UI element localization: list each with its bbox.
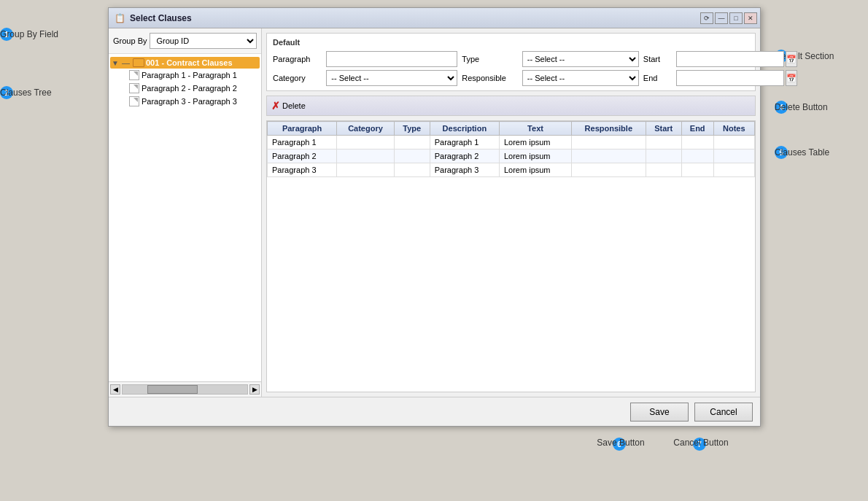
col-category[interactable]: Category — [337, 122, 395, 136]
cell-paragraph-1: Paragraph 1 — [268, 136, 337, 149]
annotation-cancel-button: 7 Cancel Button — [693, 438, 709, 451]
tree-child-label-3: Paragraph 3 - Paragraph 3 — [142, 97, 237, 106]
tree-scrollbar: ◀ ▶ — [109, 381, 261, 397]
tree-root-item[interactable]: ▼ — 001 - Contract Clauses — [110, 57, 260, 69]
col-description[interactable]: Description — [430, 122, 499, 136]
end-label: End — [643, 74, 672, 82]
cell-type-1 — [394, 136, 430, 149]
col-paragraph[interactable]: Paragraph — [268, 122, 337, 136]
tree-root-label: 001 - Contract Clauses — [146, 58, 233, 67]
annotation-clauses-tree: 2 Clauses Tree — [0, 86, 16, 99]
tree-child-2[interactable]: Paragraph 2 - Paragraph 2 — [128, 82, 260, 95]
clauses-table-wrapper: Paragraph Category Type Description Text… — [266, 120, 756, 392]
left-panel: Group By Group ID Name Type ▼ — 001 - Co… — [109, 28, 262, 397]
right-panel: Default Paragraph Type -- Select -- Type… — [262, 28, 760, 397]
col-start[interactable]: Start — [646, 122, 681, 136]
label-clauses-tree: Clauses Tree — [0, 88, 52, 98]
col-end[interactable]: End — [681, 122, 713, 136]
doc-icon-1 — [129, 70, 139, 80]
close-button[interactable]: ✕ — [744, 12, 757, 24]
cell-end-1 — [681, 136, 713, 149]
delete-button[interactable]: ✗ Delete — [271, 100, 306, 112]
cell-description-2: Paragraph 2 — [430, 149, 499, 163]
cell-notes-2 — [713, 149, 754, 163]
responsible-label: Responsible — [462, 74, 518, 82]
tree-child-3[interactable]: Paragraph 3 - Paragraph 3 — [128, 95, 260, 108]
select-clauses-window: 📋 Select Clauses ⟳ — □ ✕ Group By Group … — [108, 7, 761, 427]
header-row: Paragraph Category Type Description Text… — [268, 122, 755, 136]
cell-start-1 — [646, 136, 681, 149]
col-type[interactable]: Type — [394, 122, 430, 136]
cell-start-2 — [646, 149, 681, 163]
table-header: Paragraph Category Type Description Text… — [268, 122, 755, 136]
doc-icon-3 — [129, 96, 139, 106]
start-calendar-button[interactable]: 📅 — [786, 51, 797, 67]
tree-toggle-icon: ▼ — [112, 59, 120, 67]
cell-paragraph-3: Paragraph 3 — [268, 163, 337, 177]
label-delete-button: Delete Button — [775, 102, 828, 112]
cell-responsible-3 — [572, 163, 646, 177]
tree-area: ▼ — 001 - Contract Clauses Paragraph 1 -… — [109, 54, 261, 381]
window-title: Select Clauses — [130, 13, 192, 23]
doc-icon-2 — [129, 83, 139, 93]
cell-description-1: Paragraph 1 — [430, 136, 499, 149]
table-row[interactable]: Paragraph 2Paragraph 2Lorem ipsum — [268, 149, 755, 163]
start-date-wrapper: 📅 — [676, 51, 749, 67]
cell-type-3 — [394, 163, 430, 177]
delete-toolbar: ✗ Delete — [266, 96, 756, 116]
delete-x-icon: ✗ — [271, 100, 280, 112]
cell-text-2: Lorem ipsum — [499, 149, 571, 163]
category-label: Category — [273, 74, 322, 82]
restore-button[interactable]: □ — [729, 12, 743, 24]
scroll-left-arrow[interactable]: ◀ — [110, 384, 120, 395]
cell-notes-3 — [713, 163, 754, 177]
start-input[interactable] — [676, 51, 784, 67]
type-select[interactable]: -- Select -- Type A Type B — [522, 51, 639, 67]
scroll-track[interactable] — [122, 384, 248, 395]
table-row[interactable]: Paragraph 3Paragraph 3Lorem ipsum — [268, 163, 755, 177]
title-bar: 📋 Select Clauses ⟳ — □ ✕ — [109, 8, 760, 28]
window-content: Group By Group ID Name Type ▼ — 001 - Co… — [109, 28, 760, 397]
label-cancel-button: Cancel Button — [673, 438, 728, 448]
cell-end-2 — [681, 149, 713, 163]
title-bar-controls: ⟳ — □ ✕ — [700, 12, 757, 24]
paragraph-input[interactable] — [326, 51, 457, 67]
group-by-select[interactable]: Group ID Name Type — [150, 33, 257, 49]
refresh-button[interactable]: ⟳ — [700, 12, 713, 24]
col-notes[interactable]: Notes — [713, 122, 754, 136]
cell-category-1 — [337, 136, 395, 149]
group-by-row: Group By Group ID Name Type — [109, 28, 261, 54]
form-grid: Paragraph Type -- Select -- Type A Type … — [273, 51, 749, 86]
tree-dash-icon: — — [122, 58, 130, 67]
cancel-button[interactable]: Cancel — [694, 403, 753, 422]
save-button[interactable]: Save — [630, 403, 689, 422]
cell-type-2 — [394, 149, 430, 163]
end-date-wrapper: 📅 — [676, 70, 749, 86]
end-calendar-button[interactable]: 📅 — [786, 70, 797, 86]
tree-folder-icon — [133, 58, 144, 67]
cell-category-2 — [337, 149, 395, 163]
annotation-save-button: 6 Save Button — [613, 438, 629, 451]
tree-child-1[interactable]: Paragraph 1 - Paragraph 1 — [128, 69, 260, 82]
delete-button-label: Delete — [282, 101, 306, 110]
tree-children: Paragraph 1 - Paragraph 1 Paragraph 2 - … — [110, 69, 260, 108]
group-by-label: Group By — [113, 36, 147, 45]
col-responsible[interactable]: Responsible — [572, 122, 646, 136]
type-label: Type — [462, 55, 518, 63]
minimize-button[interactable]: — — [715, 12, 728, 24]
scroll-right-arrow[interactable]: ▶ — [249, 384, 260, 395]
paragraph-label: Paragraph — [273, 55, 322, 63]
col-text[interactable]: Text — [499, 122, 571, 136]
cell-text-3: Lorem ipsum — [499, 163, 571, 177]
cell-category-3 — [337, 163, 395, 177]
clauses-table: Paragraph Category Type Description Text… — [267, 121, 755, 177]
window-icon: 📋 — [115, 13, 125, 23]
annotation-group-by-field: 1 Group By Field — [0, 28, 16, 41]
cell-paragraph-2: Paragraph 2 — [268, 149, 337, 163]
responsible-select[interactable]: -- Select -- Person A Person B — [522, 70, 639, 86]
table-row[interactable]: Paragraph 1Paragraph 1Lorem ipsum — [268, 136, 755, 149]
category-select[interactable]: -- Select -- Cat A Cat B — [326, 70, 457, 86]
cell-responsible-1 — [572, 136, 646, 149]
end-input[interactable] — [676, 70, 784, 86]
default-section-title: Default — [273, 38, 749, 47]
